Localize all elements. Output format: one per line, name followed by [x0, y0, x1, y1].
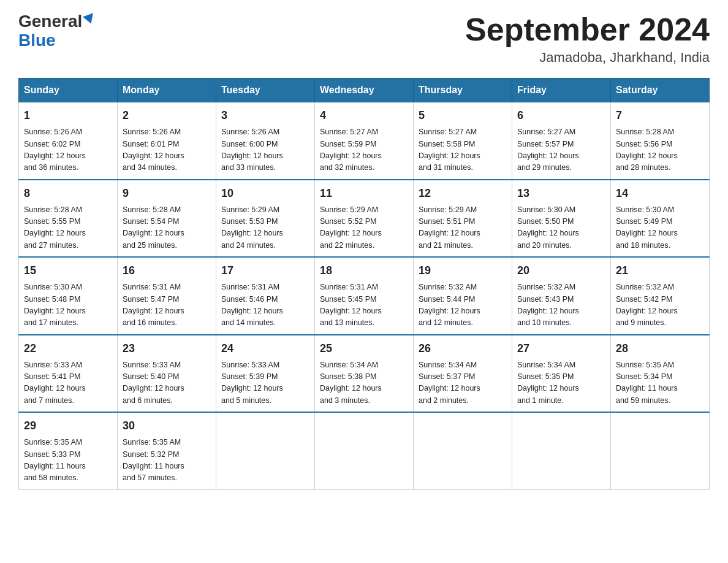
calendar-cell: 6 Sunrise: 5:27 AMSunset: 5:57 PMDayligh… — [512, 102, 611, 180]
day-info: Sunrise: 5:30 AMSunset: 5:50 PMDaylight:… — [517, 204, 605, 252]
day-number: 3 — [221, 107, 309, 124]
day-number: 18 — [320, 262, 408, 279]
logo: General Blue — [18, 12, 95, 50]
day-number: 24 — [221, 340, 309, 357]
day-info: Sunrise: 5:28 AMSunset: 5:54 PMDaylight:… — [123, 204, 211, 252]
calendar-cell: 12 Sunrise: 5:29 AMSunset: 5:51 PMDaylig… — [414, 180, 512, 258]
calendar-week-row: 1 Sunrise: 5:26 AMSunset: 6:02 PMDayligh… — [19, 102, 710, 180]
calendar-cell — [512, 412, 611, 489]
logo-text-general: General — [18, 12, 82, 31]
day-number: 16 — [123, 262, 211, 279]
calendar-week-row: 15 Sunrise: 5:30 AMSunset: 5:48 PMDaylig… — [19, 257, 710, 335]
day-info: Sunrise: 5:32 AMSunset: 5:42 PMDaylight:… — [616, 282, 704, 329]
calendar-cell: 1 Sunrise: 5:26 AMSunset: 6:02 PMDayligh… — [19, 102, 118, 180]
day-info: Sunrise: 5:31 AMSunset: 5:46 PMDaylight:… — [221, 282, 309, 329]
day-number: 12 — [419, 185, 507, 202]
day-info: Sunrise: 5:29 AMSunset: 5:52 PMDaylight:… — [320, 204, 408, 252]
calendar-cell: 18 Sunrise: 5:31 AMSunset: 5:45 PMDaylig… — [315, 257, 414, 335]
weekday-header-friday: Friday — [512, 79, 611, 102]
calendar-cell: 20 Sunrise: 5:32 AMSunset: 5:43 PMDaylig… — [512, 257, 611, 335]
logo-text-blue: Blue — [18, 31, 56, 50]
weekday-header-thursday: Thursday — [414, 79, 512, 102]
calendar-cell: 23 Sunrise: 5:33 AMSunset: 5:40 PMDaylig… — [118, 335, 216, 413]
calendar-cell: 14 Sunrise: 5:30 AMSunset: 5:49 PMDaylig… — [611, 180, 710, 258]
day-info: Sunrise: 5:28 AMSunset: 5:56 PMDaylight:… — [616, 126, 704, 174]
day-number: 7 — [616, 107, 704, 124]
day-info: Sunrise: 5:35 AMSunset: 5:33 PMDaylight:… — [24, 437, 112, 484]
day-number: 27 — [517, 340, 605, 357]
weekday-header-saturday: Saturday — [611, 79, 710, 102]
day-number: 1 — [24, 107, 112, 124]
calendar-week-row: 22 Sunrise: 5:33 AMSunset: 5:41 PMDaylig… — [19, 335, 710, 413]
day-info: Sunrise: 5:26 AMSunset: 6:02 PMDaylight:… — [24, 126, 112, 174]
weekday-header-tuesday: Tuesday — [216, 79, 315, 102]
calendar-title: September 2024 — [465, 12, 710, 47]
day-number: 5 — [419, 107, 507, 124]
calendar-week-row: 8 Sunrise: 5:28 AMSunset: 5:55 PMDayligh… — [19, 180, 710, 258]
calendar-cell — [414, 412, 512, 489]
calendar-cell: 7 Sunrise: 5:28 AMSunset: 5:56 PMDayligh… — [611, 102, 710, 180]
day-info: Sunrise: 5:27 AMSunset: 5:57 PMDaylight:… — [517, 126, 605, 174]
day-info: Sunrise: 5:27 AMSunset: 5:59 PMDaylight:… — [320, 126, 408, 174]
calendar-cell — [315, 412, 414, 489]
day-info: Sunrise: 5:26 AMSunset: 6:01 PMDaylight:… — [123, 126, 211, 174]
day-info: Sunrise: 5:30 AMSunset: 5:49 PMDaylight:… — [616, 204, 704, 252]
day-number: 28 — [616, 340, 704, 357]
calendar-cell: 2 Sunrise: 5:26 AMSunset: 6:01 PMDayligh… — [118, 102, 216, 180]
calendar-cell: 27 Sunrise: 5:34 AMSunset: 5:35 PMDaylig… — [512, 335, 611, 413]
calendar-cell — [216, 412, 315, 489]
day-number: 26 — [419, 340, 507, 357]
day-info: Sunrise: 5:28 AMSunset: 5:55 PMDaylight:… — [24, 204, 112, 252]
calendar-cell: 13 Sunrise: 5:30 AMSunset: 5:50 PMDaylig… — [512, 180, 611, 258]
calendar-cell: 28 Sunrise: 5:35 AMSunset: 5:34 PMDaylig… — [611, 335, 710, 413]
day-number: 14 — [616, 185, 704, 202]
calendar-week-row: 29 Sunrise: 5:35 AMSunset: 5:33 PMDaylig… — [19, 412, 710, 489]
day-info: Sunrise: 5:31 AMSunset: 5:47 PMDaylight:… — [123, 282, 211, 329]
calendar-cell: 15 Sunrise: 5:30 AMSunset: 5:48 PMDaylig… — [19, 257, 118, 335]
weekday-header-monday: Monday — [118, 79, 216, 102]
calendar-subtitle: Jamadoba, Jharkhand, India — [465, 50, 710, 66]
calendar-body: 1 Sunrise: 5:26 AMSunset: 6:02 PMDayligh… — [19, 102, 710, 490]
day-number: 21 — [616, 262, 704, 279]
calendar-cell: 22 Sunrise: 5:33 AMSunset: 5:41 PMDaylig… — [19, 335, 118, 413]
day-info: Sunrise: 5:34 AMSunset: 5:38 PMDaylight:… — [320, 359, 408, 407]
day-number: 2 — [123, 107, 211, 124]
day-number: 29 — [24, 418, 112, 434]
day-info: Sunrise: 5:31 AMSunset: 5:45 PMDaylight:… — [320, 282, 408, 329]
day-number: 20 — [517, 262, 605, 279]
day-number: 9 — [123, 185, 211, 202]
title-section: September 2024 Jamadoba, Jharkhand, Indi… — [465, 12, 710, 66]
day-info: Sunrise: 5:32 AMSunset: 5:43 PMDaylight:… — [517, 282, 605, 329]
day-info: Sunrise: 5:33 AMSunset: 5:39 PMDaylight:… — [221, 359, 309, 407]
day-info: Sunrise: 5:34 AMSunset: 5:37 PMDaylight:… — [419, 359, 507, 407]
day-info: Sunrise: 5:30 AMSunset: 5:48 PMDaylight:… — [24, 282, 112, 329]
day-number: 8 — [24, 185, 112, 202]
day-info: Sunrise: 5:32 AMSunset: 5:44 PMDaylight:… — [419, 282, 507, 329]
day-number: 10 — [221, 185, 309, 202]
calendar-cell: 30 Sunrise: 5:35 AMSunset: 5:32 PMDaylig… — [118, 412, 216, 489]
day-number: 11 — [320, 185, 408, 202]
calendar-cell: 10 Sunrise: 5:29 AMSunset: 5:53 PMDaylig… — [216, 180, 315, 258]
calendar-cell: 24 Sunrise: 5:33 AMSunset: 5:39 PMDaylig… — [216, 335, 315, 413]
day-number: 13 — [517, 185, 605, 202]
day-number: 19 — [419, 262, 507, 279]
day-info: Sunrise: 5:33 AMSunset: 5:41 PMDaylight:… — [24, 359, 112, 407]
weekday-header-wednesday: Wednesday — [315, 79, 414, 102]
day-info: Sunrise: 5:35 AMSunset: 5:32 PMDaylight:… — [123, 437, 211, 484]
calendar-cell: 19 Sunrise: 5:32 AMSunset: 5:44 PMDaylig… — [414, 257, 512, 335]
day-info: Sunrise: 5:29 AMSunset: 5:53 PMDaylight:… — [221, 204, 309, 252]
calendar-cell: 17 Sunrise: 5:31 AMSunset: 5:46 PMDaylig… — [216, 257, 315, 335]
calendar-cell: 21 Sunrise: 5:32 AMSunset: 5:42 PMDaylig… — [611, 257, 710, 335]
day-number: 17 — [221, 262, 309, 279]
page-header: General Blue September 2024 Jamadoba, Jh… — [18, 12, 710, 66]
day-number: 15 — [24, 262, 112, 279]
calendar-cell: 5 Sunrise: 5:27 AMSunset: 5:58 PMDayligh… — [414, 102, 512, 180]
day-info: Sunrise: 5:34 AMSunset: 5:35 PMDaylight:… — [517, 359, 605, 407]
day-info: Sunrise: 5:27 AMSunset: 5:58 PMDaylight:… — [419, 126, 507, 174]
calendar-table: SundayMondayTuesdayWednesdayThursdayFrid… — [18, 78, 710, 490]
day-info: Sunrise: 5:29 AMSunset: 5:51 PMDaylight:… — [419, 204, 507, 252]
day-number: 30 — [123, 418, 211, 434]
day-info: Sunrise: 5:33 AMSunset: 5:40 PMDaylight:… — [123, 359, 211, 407]
calendar-cell: 4 Sunrise: 5:27 AMSunset: 5:59 PMDayligh… — [315, 102, 414, 180]
day-number: 25 — [320, 340, 408, 357]
